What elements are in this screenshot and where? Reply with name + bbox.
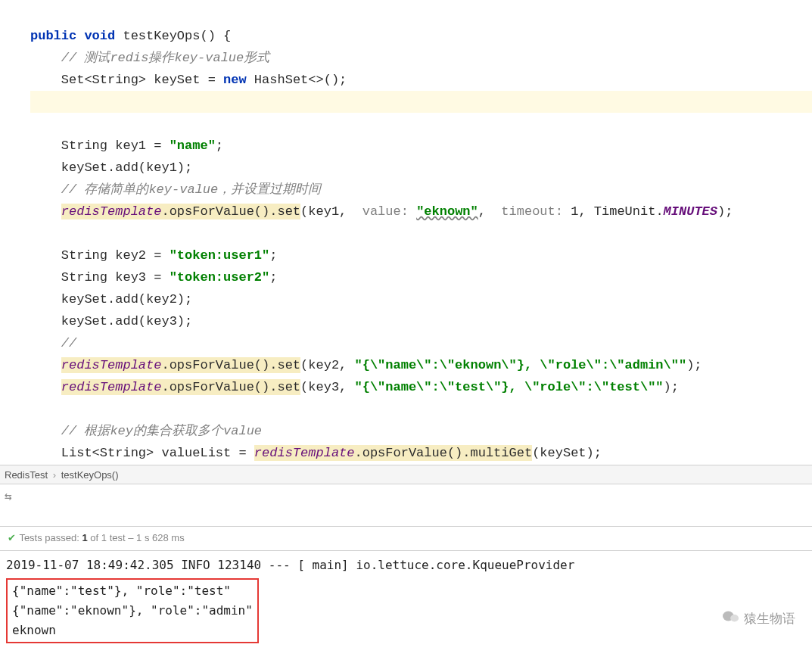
l5e: , TimeUnit. xyxy=(578,204,663,219)
l2b: HashSet<>(); xyxy=(247,73,347,87)
l10a: redisTemplate xyxy=(61,357,162,373)
l5c: (key1, xyxy=(300,204,354,219)
l6b: ; xyxy=(269,248,277,263)
l12d: (keySet); xyxy=(532,446,602,460)
console-box-l2: {"name":"eknown"}, "role":"admin" xyxy=(12,601,253,621)
l5n: 1 xyxy=(571,204,578,219)
wechat-watermark: 猿生物语 xyxy=(718,605,800,633)
l3s: "name" xyxy=(170,139,216,153)
code-editor[interactable]: public void testKeyOps() { // 测试redis操作k… xyxy=(0,0,812,465)
console-highlight-box: {"name":"test"}, "role":"test" {"name":"… xyxy=(6,578,259,643)
console-output[interactable]: 2019-11-07 18:49:42.305 INFO 123140 --- … xyxy=(0,551,812,648)
l7b: ; xyxy=(269,270,277,285)
l11b: .opsForValue().set xyxy=(161,379,300,395)
tests-status-tail: of 1 test – 1 s 628 ms xyxy=(88,532,185,543)
l3a: String key1 = xyxy=(61,139,170,153)
run-toolbar[interactable]: ⇆ xyxy=(0,484,812,527)
l3b: ; xyxy=(216,139,223,153)
l10d: ); xyxy=(686,358,702,372)
svg-point-1 xyxy=(730,615,739,622)
l10b: .opsForValue().set xyxy=(161,357,300,373)
l8: keySet.add(key2); xyxy=(61,292,192,307)
l11d: ); xyxy=(664,380,679,394)
console-box-l1: {"name":"test"}, "role":"test" xyxy=(12,581,253,601)
l11c: (key3, xyxy=(300,380,354,394)
l2a: Set<String> keySet = xyxy=(61,73,223,87)
l5h1: value: xyxy=(362,204,409,219)
l5d: , xyxy=(478,204,493,219)
l11a: redisTemplate xyxy=(61,379,162,395)
console-box-l3: eknown xyxy=(12,621,253,640)
l10c: (key2, xyxy=(300,358,354,372)
l5b: .opsForValue().set xyxy=(161,204,300,219)
kw-public: public xyxy=(30,29,76,43)
l6a: String key2 = xyxy=(61,248,170,263)
comment-1: // 测试redis操作key-value形式 xyxy=(61,51,269,65)
l10s: "{\"name\":\"eknown\"}, \"role\":\"admin… xyxy=(355,358,687,372)
comment-3: // xyxy=(61,336,76,350)
breadcrumb-method[interactable]: testKeyOps() xyxy=(61,469,119,481)
breadcrumb-sep: › xyxy=(53,469,56,481)
l7s: "token:user2" xyxy=(170,270,270,285)
l7a: String key3 = xyxy=(61,270,170,285)
tests-passed-count: 1 xyxy=(82,532,88,543)
l4: keySet.add(key1); xyxy=(61,160,192,175)
l6s: "token:user1" xyxy=(170,248,270,263)
l5s1: "eknown" xyxy=(416,204,478,219)
wechat-label: 猿生物语 xyxy=(744,609,795,629)
tests-passed-label: Tests passed: xyxy=(19,532,82,543)
check-icon: ✔ xyxy=(6,532,17,543)
l11s: "{\"name\":\"test\"}, \"role\":\"test\"" xyxy=(355,380,664,394)
caret-line xyxy=(30,91,812,113)
breadcrumb-class[interactable]: RedisTest xyxy=(5,469,48,481)
comment-4: // 根据key的集合获取多个value xyxy=(61,424,262,438)
l5a: redisTemplate xyxy=(61,204,162,219)
l5f: ); xyxy=(717,204,733,219)
console-line-1: 2019-11-07 18:49:42.305 INFO 123140 --- … xyxy=(6,556,806,575)
comment-2: // 存储简单的key-value，并设置过期时间 xyxy=(61,182,321,197)
l5enum: MINUTES xyxy=(664,204,717,219)
l12b: redisTemplate xyxy=(254,445,355,461)
l12c: .opsForValue().multiGet xyxy=(354,445,532,461)
method-sig: testKeyOps() { xyxy=(115,29,231,43)
l12a: List<String> valueList = xyxy=(61,446,254,460)
l9: keySet.add(key3); xyxy=(61,314,192,328)
l5h2: timeout: xyxy=(501,204,563,219)
toggle-icon[interactable]: ⇆ xyxy=(5,490,12,504)
kw-void: void xyxy=(84,29,115,43)
wechat-icon xyxy=(723,609,739,630)
kw-new: new xyxy=(223,73,247,87)
test-status-bar: ✔ Tests passed: 1 of 1 test – 1 s 628 ms xyxy=(0,527,812,551)
breadcrumb[interactable]: RedisTest › testKeyOps() xyxy=(0,465,812,484)
